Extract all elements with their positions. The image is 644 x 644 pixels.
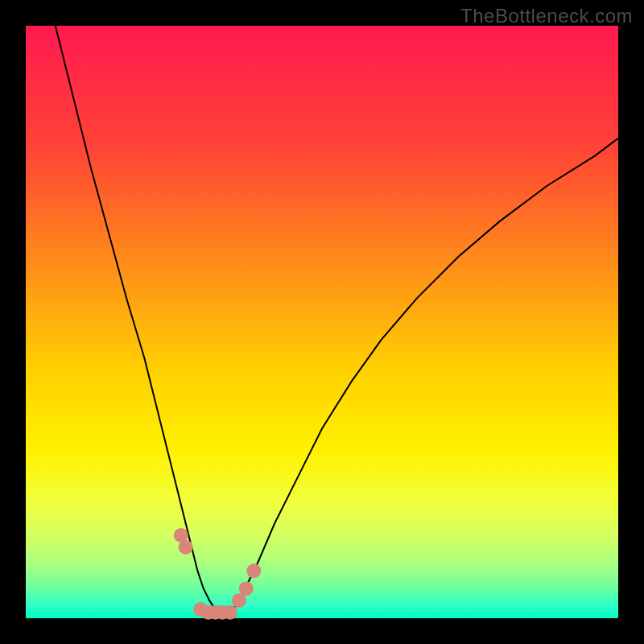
valley-marker <box>179 540 193 555</box>
watermark-text: TheBottleneck.com <box>460 5 633 27</box>
valley-markers-group <box>174 528 262 620</box>
chart-plot-area <box>26 26 618 618</box>
bottleneck-curve <box>56 26 618 613</box>
valley-marker <box>239 581 254 596</box>
valley-marker <box>246 564 261 578</box>
valley-marker <box>223 605 237 620</box>
chart-curve-layer <box>26 26 618 618</box>
